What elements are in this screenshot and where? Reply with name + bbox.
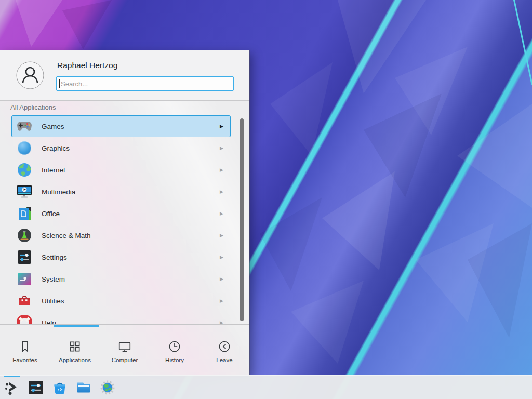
category-utilities[interactable]: Utilities ▶ — [11, 290, 231, 312]
category-help[interactable]: Help ▶ — [11, 312, 231, 324]
tab-leave[interactable]: Leave — [200, 327, 249, 375]
discover-button[interactable] — [52, 380, 68, 395]
taskbar-panel: ES 7:03 PM 4/24/2 — [0, 375, 532, 399]
active-tab-indicator — [54, 325, 99, 327]
tabbar-divider — [0, 324, 249, 325]
submenu-arrow-icon: ▶ — [220, 276, 223, 282]
desktop-screen: Raphael Hertzog All Applications — [0, 0, 532, 399]
search-box[interactable] — [56, 76, 234, 91]
category-office[interactable]: Office ▶ — [11, 203, 231, 224]
category-games[interactable]: Games ▶ — [11, 115, 231, 137]
wallpaper-cyan-line — [512, 0, 532, 85]
flask-icon — [17, 228, 32, 243]
submenu-arrow-icon: ▶ — [220, 298, 223, 303]
globe-icon — [17, 162, 32, 178]
gamepad-icon — [17, 118, 32, 134]
category-settings[interactable]: Settings ▶ — [11, 246, 231, 268]
system-slider-icon — [17, 271, 32, 287]
submenu-arrow-icon: ▶ — [220, 233, 223, 238]
category-system[interactable]: System ▶ — [11, 268, 231, 290]
app-grid-icon — [68, 340, 82, 353]
category-science-math[interactable]: Science & Math ▶ — [11, 224, 231, 246]
submenu-arrow-icon: ▶ — [220, 124, 223, 129]
launcher-tabbar: Favorites Applications C — [0, 327, 249, 375]
submenu-arrow-icon: ▶ — [220, 145, 223, 151]
app-launcher-button[interactable] — [4, 380, 20, 395]
tab-history[interactable]: History — [150, 327, 200, 375]
tab-computer[interactable]: Computer — [100, 327, 150, 375]
media-screen-icon — [17, 184, 32, 200]
category-multimedia[interactable]: Multimedia ▶ — [11, 181, 231, 203]
bookmark-icon — [18, 340, 32, 353]
submenu-arrow-icon: ▶ — [220, 211, 223, 216]
document-icon — [17, 206, 32, 221]
system-settings-button[interactable] — [28, 380, 44, 395]
sphere-icon — [17, 140, 32, 156]
clock-icon — [168, 340, 181, 353]
submenu-arrow-icon: ▶ — [220, 255, 223, 260]
launcher-header: Raphael Hertzog — [0, 50, 249, 101]
leave-circle-icon — [218, 340, 231, 353]
toolbox-icon — [17, 293, 32, 309]
file-manager-button[interactable] — [76, 380, 91, 395]
submenu-arrow-icon: ▶ — [220, 320, 223, 324]
submenu-arrow-icon: ▶ — [220, 167, 223, 172]
category-internet[interactable]: Internet ▶ — [11, 159, 231, 181]
web-browser-button[interactable] — [100, 380, 115, 395]
tab-applications[interactable]: Applications — [50, 327, 100, 375]
lifebuoy-icon — [17, 315, 32, 324]
section-label: All Applications — [10, 103, 56, 111]
application-launcher-popup: Raphael Hertzog All Applications — [0, 50, 249, 375]
user-name: Raphael Hertzog — [57, 61, 117, 70]
sliders-icon — [17, 249, 32, 265]
search-input[interactable] — [60, 77, 228, 90]
user-avatar[interactable] — [16, 61, 44, 89]
active-task-indicator — [4, 376, 20, 377]
submenu-arrow-icon: ▶ — [220, 189, 223, 194]
monitor-icon — [118, 340, 131, 353]
application-category-list: Games ▶ Graphics ▶ Internet ▶ — [0, 115, 249, 324]
category-graphics[interactable]: Graphics ▶ — [11, 137, 231, 159]
list-scrollbar[interactable] — [240, 118, 244, 321]
tab-favorites[interactable]: Favorites — [0, 327, 50, 375]
